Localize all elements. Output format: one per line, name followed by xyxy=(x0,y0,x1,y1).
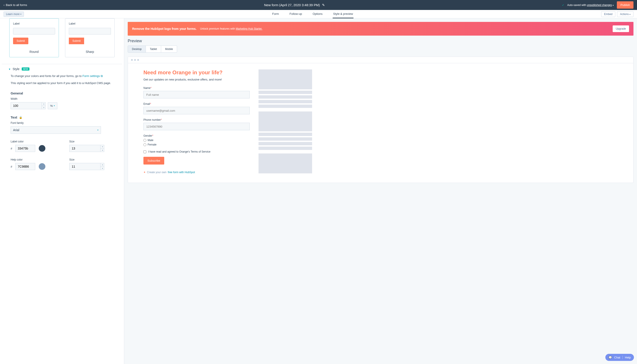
device-tab-desktop[interactable]: Desktop xyxy=(128,46,146,52)
preview-heading: Preview xyxy=(128,39,633,43)
width-input[interactable] xyxy=(11,102,46,109)
chevron-down-icon: ▾ xyxy=(9,68,11,71)
hubspot-credit-link[interactable]: free form with HubSpot xyxy=(168,171,195,174)
back-to-forms-link[interactable]: ‹ Back to all forms xyxy=(4,3,27,7)
skeleton-line xyxy=(258,100,312,103)
external-link-icon: ⧉ xyxy=(101,74,103,78)
email-input[interactable] xyxy=(143,107,250,114)
skeleton-line xyxy=(258,91,312,94)
general-heading: General xyxy=(11,91,113,95)
width-stepper[interactable]: ▴ ▾ xyxy=(42,102,46,109)
chevron-up-icon[interactable]: ▴ xyxy=(101,145,104,148)
section-title: Style xyxy=(13,67,20,71)
shape-label: Label xyxy=(13,22,55,25)
label-color-swatch[interactable] xyxy=(39,145,45,152)
help-color-swatch[interactable] xyxy=(39,163,45,170)
label-color-input[interactable] xyxy=(15,145,35,152)
page-title: New form (April 27, 2020 3:48:39 PM) xyxy=(264,3,320,7)
form-subtitle: Get our updates on new products, exclusi… xyxy=(143,78,250,81)
tab-style-preview[interactable]: Style & preview xyxy=(333,10,354,18)
chevron-down-icon[interactable]: ▾ xyxy=(101,148,104,152)
chevron-down-icon[interactable]: ▾ xyxy=(42,106,46,110)
skeleton-line xyxy=(258,95,312,99)
tab-options[interactable]: Options xyxy=(312,10,323,18)
lock-icon: 🔒 xyxy=(19,116,22,119)
window-dot-icon xyxy=(137,59,139,61)
skeleton-line xyxy=(258,104,312,108)
actions-button[interactable]: Actions ▾ xyxy=(617,11,633,17)
publish-button[interactable]: Publish xyxy=(617,1,633,8)
text-heading: Text xyxy=(11,116,17,119)
shape-option-round[interactable]: Label Submit Round xyxy=(9,18,59,57)
width-unit-select[interactable]: % ▾ xyxy=(48,102,57,109)
gender-male-radio[interactable] xyxy=(143,139,146,142)
shape-label: Label xyxy=(69,22,111,25)
check-icon: ✓ xyxy=(562,4,564,7)
hubspot-credit: ✦ Create your own free form with HubSpot xyxy=(143,171,250,174)
label-size-stepper[interactable]: ▴ ▾ xyxy=(100,145,104,152)
chat-widget[interactable]: 💬 Chat Help xyxy=(605,354,634,361)
autosave-status[interactable]: Auto-saved with unpublished changes ▾ xyxy=(567,4,614,7)
terms-checkbox[interactable] xyxy=(143,150,146,153)
skeleton-line xyxy=(258,142,312,145)
window-dot-icon xyxy=(131,59,133,61)
skeleton-block xyxy=(258,70,312,89)
upgrade-banner: Remove the HubSpot logo from your forms.… xyxy=(128,22,633,36)
subscribe-button[interactable]: Subscribe xyxy=(143,157,164,164)
help-text-2: This styling won't be applied to your fo… xyxy=(11,81,113,85)
phone-field-label: Phone number* xyxy=(143,118,250,122)
embed-button[interactable]: Embed xyxy=(601,11,615,17)
tab-form[interactable]: Form xyxy=(272,10,279,18)
help-color-label: Help color xyxy=(11,158,55,161)
chevron-up-icon[interactable]: ▴ xyxy=(101,163,104,167)
chevron-down-icon[interactable]: ▾ xyxy=(101,167,104,170)
learn-more-button[interactable]: Learn more ▾ xyxy=(4,12,24,17)
width-label: Width xyxy=(11,97,113,100)
help-color-input[interactable] xyxy=(15,163,35,170)
chat-label: Chat xyxy=(614,356,620,359)
preview-frame: Need more Orange in your life? Get our u… xyxy=(128,56,633,183)
caret-down-icon: ▾ xyxy=(613,4,614,6)
form-title: Need more Orange in your life? xyxy=(143,70,250,76)
phone-input[interactable] xyxy=(143,123,250,130)
device-tab-tablet[interactable]: Tablet xyxy=(146,46,161,52)
style-section-toggle[interactable]: ▾ Style NEW xyxy=(2,64,122,74)
skeleton-block xyxy=(258,154,312,174)
shape-name-round: Round xyxy=(13,50,55,54)
edit-title-icon[interactable]: ✎ xyxy=(322,3,325,7)
shape-sample-submit: Submit xyxy=(13,38,28,44)
upgrade-button[interactable]: Upgrade xyxy=(613,26,629,32)
label-size-input[interactable] xyxy=(69,145,104,152)
caret-down-icon: ▾ xyxy=(54,104,55,107)
skeleton-column xyxy=(258,70,312,174)
font-family-label: Font family xyxy=(11,122,113,124)
preview-panel: Remove the HubSpot logo from your forms.… xyxy=(124,18,637,364)
new-badge: NEW xyxy=(22,68,30,70)
chevron-up-icon[interactable]: ▴ xyxy=(42,102,46,106)
help-text-1: To change your colors and fonts for all … xyxy=(11,74,113,78)
shape-option-sharp[interactable]: Label Submit Sharp xyxy=(65,18,115,57)
terms-label: I have read and agreed to Orange's Terms… xyxy=(148,150,210,153)
shape-sample-input xyxy=(13,28,55,34)
window-dot-icon xyxy=(134,59,136,61)
marketing-hub-link[interactable]: Marketing Hub Starter. xyxy=(236,27,262,30)
gender-female-radio[interactable] xyxy=(143,143,146,146)
hash-prefix: # xyxy=(11,147,12,150)
device-tab-mobile[interactable]: Mobile xyxy=(161,46,177,52)
shape-sample-input xyxy=(69,28,111,34)
help-label: Help xyxy=(625,356,631,359)
label-size-label: Size xyxy=(69,140,113,143)
skeleton-line xyxy=(258,146,312,150)
help-size-input[interactable] xyxy=(69,163,104,170)
name-input[interactable] xyxy=(143,91,250,98)
tab-follow-up[interactable]: Follow-up xyxy=(289,10,302,18)
help-size-stepper[interactable]: ▴ ▾ xyxy=(100,163,104,170)
font-family-select[interactable]: Arial ▾ xyxy=(11,126,101,134)
caret-down-icon: ▾ xyxy=(97,129,99,131)
gender-field-label: Gender* xyxy=(143,134,250,137)
form-settings-link[interactable]: Form settings ⧉ xyxy=(82,74,103,78)
hubspot-sprocket-icon: ✦ xyxy=(143,171,146,174)
hash-prefix: # xyxy=(11,165,12,168)
label-color-label: Label color xyxy=(11,140,55,143)
name-field-label: Name* xyxy=(143,86,250,90)
